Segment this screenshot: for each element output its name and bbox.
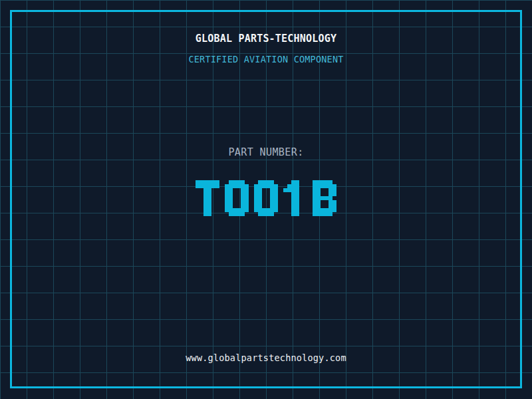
- part-number-char: [225, 180, 249, 216]
- website-url: www.globalpartstechnology.com: [0, 352, 532, 363]
- part-number-char: [196, 180, 219, 216]
- part-number-char: [283, 180, 307, 216]
- part-number-label: PART NUMBER:: [0, 146, 532, 158]
- certification-subtitle: CERTIFIED AVIATION COMPONENT: [0, 54, 532, 65]
- part-number-char: [313, 180, 336, 216]
- part-number-char: [254, 180, 278, 216]
- part-certificate-page: GLOBAL PARTS-TECHNOLOGY CERTIFIED AVIATI…: [0, 0, 532, 399]
- part-number-value: [196, 180, 336, 216]
- company-name: GLOBAL PARTS-TECHNOLOGY: [0, 33, 532, 45]
